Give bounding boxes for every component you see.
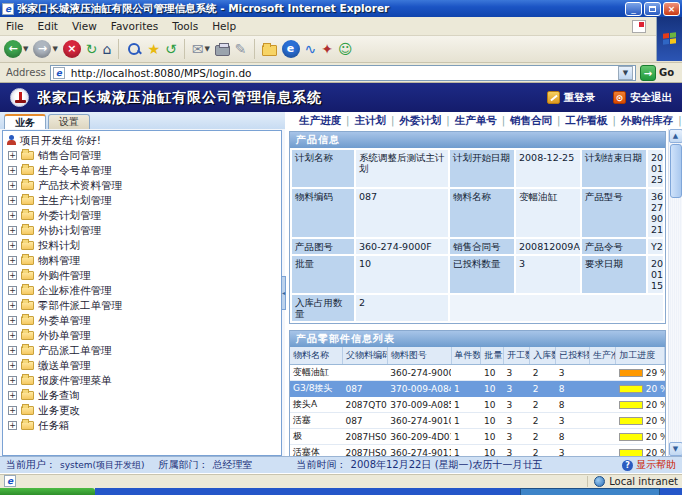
nav-item-4[interactable]: 生产单号 bbox=[455, 114, 497, 128]
parts-cell: 3 bbox=[503, 429, 529, 445]
minimize-button[interactable]: _ bbox=[625, 2, 642, 16]
sidebar-item-缴送单管理[interactable]: +缴送单管理 bbox=[6, 358, 281, 373]
expand-plus-icon[interactable]: + bbox=[8, 211, 17, 220]
go-button[interactable]: → Go bbox=[640, 65, 678, 81]
nav-item-1[interactable]: 生产进度 bbox=[299, 114, 341, 128]
menu-extra-icon[interactable] bbox=[632, 20, 646, 33]
favorites-button[interactable]: ★ bbox=[147, 40, 160, 58]
expand-plus-icon[interactable]: + bbox=[8, 196, 17, 205]
expand-plus-icon[interactable]: + bbox=[8, 391, 17, 400]
expand-plus-icon[interactable]: + bbox=[8, 376, 17, 385]
sidebar-item-外协单管理[interactable]: +外协单管理 bbox=[6, 328, 281, 343]
menu-file[interactable]: File bbox=[6, 20, 24, 32]
menu-edit[interactable]: Edit bbox=[38, 20, 58, 32]
stop-button[interactable]: × bbox=[63, 40, 81, 58]
tab-业务[interactable]: 业务 bbox=[4, 114, 46, 129]
nav-item-2[interactable]: 主计划 bbox=[354, 114, 386, 128]
maximize-button[interactable] bbox=[644, 2, 661, 16]
expand-plus-icon[interactable]: + bbox=[8, 181, 17, 190]
print-button[interactable] bbox=[215, 42, 230, 56]
toolbar: ←▼→▼×↻⌂★↺✉▼✎e∿✦☺ bbox=[0, 36, 682, 63]
sidebar-item-零部件派工单管理[interactable]: +零部件派工单管理 bbox=[6, 298, 281, 313]
vscroll-thumb[interactable] bbox=[670, 144, 682, 198]
sidebar-item-外委单管理[interactable]: +外委单管理 bbox=[6, 313, 281, 328]
expand-plus-icon[interactable]: + bbox=[8, 286, 17, 295]
main-vscrollbar[interactable]: ▲ ▼ bbox=[668, 129, 682, 456]
address-input[interactable]: e http://localhost:8080/MPS/login.do ▼ bbox=[50, 65, 636, 81]
nav-item-6[interactable]: 工作看板 bbox=[565, 114, 607, 128]
sidebar-item-主生产计划管理[interactable]: +主生产计划管理 bbox=[6, 193, 281, 208]
table-row[interactable]: 变幅油缸360-274-9000F1032329 % bbox=[290, 365, 665, 381]
edit-button[interactable]: ✎ bbox=[235, 40, 247, 58]
tab-设置[interactable]: 设置 bbox=[48, 114, 90, 129]
history-button[interactable]: ↺ bbox=[165, 40, 177, 58]
sidebar-item-业务查询[interactable]: +业务查询 bbox=[6, 388, 281, 403]
sidebar-item-外购件管理[interactable]: +外购件管理 bbox=[6, 268, 281, 283]
netmeeting-button[interactable]: ✦ bbox=[321, 40, 333, 58]
sidebar-item-外协计划管理[interactable]: +外协计划管理 bbox=[6, 223, 281, 238]
nav-item-5[interactable]: 销售合同 bbox=[510, 114, 552, 128]
sidebar-item-企业标准件管理[interactable]: +企业标准件管理 bbox=[6, 283, 281, 298]
field-label: 产品令号 bbox=[582, 239, 646, 254]
expand-plus-icon[interactable]: + bbox=[8, 361, 17, 370]
home-button[interactable]: ⌂ bbox=[103, 40, 112, 58]
messenger-button[interactable]: ∿ bbox=[305, 40, 317, 58]
expand-plus-icon[interactable]: + bbox=[8, 301, 17, 310]
search-button[interactable] bbox=[126, 41, 142, 57]
sidebar-item-产品派工单管理[interactable]: +产品派工单管理 bbox=[6, 343, 281, 358]
tree-root-user[interactable]: 项目开发组 你好! bbox=[6, 133, 281, 148]
start-button-sliver[interactable] bbox=[0, 488, 95, 495]
sidebar-item-外委计划管理[interactable]: +外委计划管理 bbox=[6, 208, 281, 223]
menu-view[interactable]: View bbox=[72, 20, 97, 32]
expand-plus-icon[interactable]: + bbox=[8, 346, 17, 355]
folders-button[interactable] bbox=[262, 42, 277, 56]
expand-plus-icon[interactable]: + bbox=[8, 271, 17, 280]
scroll-up-icon[interactable]: ▲ bbox=[669, 129, 682, 143]
sidebar-item-生产令号单管理[interactable]: +生产令号单管理 bbox=[6, 163, 281, 178]
refresh-button[interactable]: ↻ bbox=[86, 40, 98, 58]
taskbar-item[interactable] bbox=[520, 488, 660, 495]
folder-icon bbox=[21, 256, 34, 265]
sidebar-item-物料管理[interactable]: +物料管理 bbox=[6, 253, 281, 268]
sidebar-collapse-handle[interactable]: ◂ bbox=[281, 276, 286, 310]
nav-item-3[interactable]: 外委计划 bbox=[399, 114, 441, 128]
sidebar-item-产品技术资料管理[interactable]: +产品技术资料管理 bbox=[6, 178, 281, 193]
table-row[interactable]: G3/8接头087370-009-A084011032820 % bbox=[290, 381, 665, 397]
table-row[interactable]: 活塞体2087HS002360-274-9011W11032320 % bbox=[290, 445, 665, 457]
tree-item-label: 业务查询 bbox=[38, 389, 80, 403]
logout-button[interactable]: ⊙ 安全退出 bbox=[613, 91, 672, 105]
expand-plus-icon[interactable]: + bbox=[8, 316, 17, 325]
expand-plus-icon[interactable]: + bbox=[8, 406, 17, 415]
table-row[interactable]: 接头A2087QT002370-009-A085011032820 % bbox=[290, 397, 665, 413]
mail-button[interactable]: ✉▼ bbox=[192, 40, 210, 58]
menu-help[interactable]: Help bbox=[212, 20, 236, 32]
menu-favorites[interactable]: Favorites bbox=[111, 20, 158, 32]
sidebar-item-投料计划[interactable]: +投料计划 bbox=[6, 238, 281, 253]
browser-button[interactable]: e bbox=[282, 40, 300, 58]
menu-tools[interactable]: Tools bbox=[172, 20, 198, 32]
expand-plus-icon[interactable]: + bbox=[8, 226, 17, 235]
expand-plus-icon[interactable]: + bbox=[8, 421, 17, 430]
scroll-down-icon[interactable]: ▼ bbox=[669, 442, 682, 456]
sidebar-item-任务箱[interactable]: +任务箱 bbox=[6, 418, 281, 433]
expand-plus-icon[interactable]: + bbox=[8, 256, 17, 265]
expand-plus-icon[interactable]: + bbox=[8, 331, 17, 340]
back-button[interactable]: ←▼ bbox=[4, 40, 28, 58]
expand-plus-icon[interactable]: + bbox=[8, 166, 17, 175]
relogin-button[interactable]: 重登录 bbox=[547, 91, 596, 105]
table-row[interactable]: 极2087HS002360-209-4D01011032820 % bbox=[290, 429, 665, 445]
parts-cell bbox=[342, 365, 387, 381]
address-dropdown-icon[interactable]: ▼ bbox=[618, 66, 633, 80]
show-help-button[interactable]: ? 显示帮助 bbox=[622, 458, 676, 472]
table-row[interactable]: 活塞087360-274-9010F11032320 % bbox=[290, 413, 665, 429]
contacts-button[interactable]: ☺ bbox=[338, 40, 353, 58]
expand-plus-icon[interactable]: + bbox=[8, 241, 17, 250]
sidebar-item-业务更改[interactable]: +业务更改 bbox=[6, 403, 281, 418]
forward-button[interactable]: →▼ bbox=[33, 40, 57, 58]
sidebar-item-报废件管理菜单[interactable]: +报废件管理菜单 bbox=[6, 373, 281, 388]
folder-icon bbox=[21, 331, 34, 340]
close-button[interactable]: × bbox=[663, 2, 680, 16]
expand-plus-icon[interactable]: + bbox=[8, 151, 17, 160]
sidebar-item-销售合同管理[interactable]: +销售合同管理 bbox=[6, 148, 281, 163]
nav-item-7[interactable]: 外购件库存 bbox=[621, 114, 674, 128]
